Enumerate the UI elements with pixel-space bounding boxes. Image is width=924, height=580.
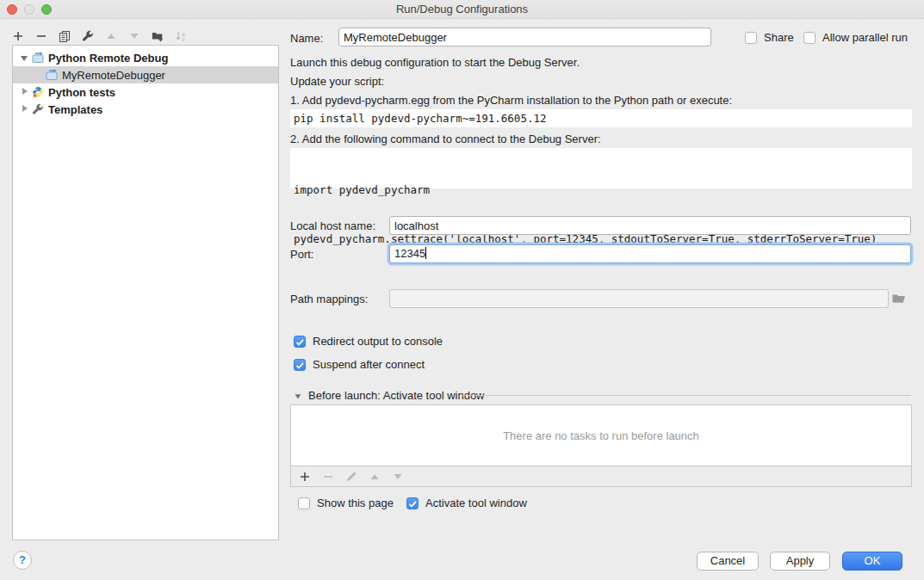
apply-button[interactable]: Apply <box>770 552 830 571</box>
remote-debug-config-icon <box>32 52 45 64</box>
edit-defaults-wrench-icon[interactable] <box>82 30 94 42</box>
show-this-page-label: Show this page <box>317 497 394 510</box>
show-this-page-checkbox[interactable] <box>298 497 310 509</box>
tree-item-label: Templates <box>48 103 102 116</box>
empty-tasks-message: There are no tasks to run before launch <box>503 429 699 442</box>
step2-text: 2. Add the following command to connect … <box>290 133 601 146</box>
local-host-name-input[interactable] <box>389 216 911 235</box>
add-icon[interactable] <box>12 30 24 42</box>
title-bar: Run/Debug Configurations <box>0 0 924 19</box>
help-question-icon: ? <box>19 553 26 566</box>
tree-item-label: MyRemoteDebugger <box>62 69 165 82</box>
suspend-after-option[interactable]: Suspend after connect <box>294 358 425 372</box>
python-logo-icon <box>32 86 45 98</box>
redirect-output-checkbox[interactable] <box>294 336 306 348</box>
share-option[interactable]: Share <box>745 31 794 45</box>
configurations-tree: Python Remote Debug MyRemoteDebugger Pyt… <box>12 45 279 540</box>
zoom-button[interactable] <box>41 4 52 15</box>
name-label: Name: <box>290 32 323 46</box>
before-launch-title: Before launch: Activate tool window <box>308 389 485 403</box>
allow-parallel-run-checkbox[interactable] <box>803 32 815 44</box>
tree-item-python-tests[interactable]: Python tests <box>13 83 278 101</box>
intro-line1: Launch this debug configuration to start… <box>290 56 580 70</box>
redirect-output-option[interactable]: Redirect output to console <box>294 335 443 349</box>
intro-line2: Update your script: <box>290 75 384 89</box>
tree-item-label: Python Remote Debug <box>48 52 168 65</box>
settrace-code-block: import pydevd_pycharm pydevd_pycharm.set… <box>290 148 912 188</box>
port-value: 12345 <box>394 247 425 260</box>
text-caret <box>425 247 426 259</box>
configurations-toolbar: az <box>12 26 187 46</box>
before-launch-toolbar <box>290 466 912 487</box>
move-up-icon <box>105 30 117 42</box>
cancel-button[interactable]: Cancel <box>697 552 759 571</box>
remote-debug-config-icon <box>46 69 59 81</box>
svg-text:z: z <box>182 36 185 42</box>
remove-task-icon <box>322 471 334 483</box>
port-input[interactable]: 12345 <box>389 244 911 263</box>
minimize-button <box>24 4 34 15</box>
move-down-icon <box>128 30 140 42</box>
edit-task-pencil-icon <box>345 471 357 483</box>
section-collapse-icon[interactable] <box>295 392 302 400</box>
activate-tool-window-option[interactable]: Activate tool window <box>406 497 527 510</box>
tree-item-python-remote-debug[interactable]: Python Remote Debug <box>13 49 278 66</box>
step1-text: 1. Add pydevd-pycharm.egg from the PyCha… <box>290 94 732 108</box>
settrace-code-line1: import pydevd_pycharm <box>294 182 908 198</box>
local-host-name-label: Local host name: <box>290 219 375 233</box>
tree-item-label: Python tests <box>48 86 115 99</box>
window-title: Run/Debug Configurations <box>0 0 924 19</box>
wrench-icon <box>32 103 45 115</box>
tree-item-templates[interactable]: Templates <box>13 101 278 118</box>
allow-parallel-option[interactable]: Allow parallel run <box>803 31 908 45</box>
copy-icon[interactable] <box>59 30 71 42</box>
browse-folder-icon[interactable] <box>891 291 907 307</box>
show-this-page-option[interactable]: Show this page <box>298 497 394 510</box>
remove-icon[interactable] <box>35 30 47 42</box>
close-button[interactable] <box>7 4 17 15</box>
suspend-after-connect-label: Suspend after connect <box>313 358 425 372</box>
activate-tool-window-label: Activate tool window <box>425 497 527 510</box>
suspend-after-connect-checkbox[interactable] <box>294 359 306 371</box>
add-task-icon[interactable] <box>299 471 311 483</box>
tree-item-myremotedebugger[interactable]: MyRemoteDebugger <box>13 66 278 83</box>
move-task-down-icon <box>392 471 404 483</box>
sort-alphabetically-icon: az <box>175 30 187 42</box>
chevron-expanded-icon[interactable] <box>20 53 28 62</box>
move-task-up-icon <box>369 471 381 483</box>
pip-install-code: pip install pydevd-pycharm~=191.6605.12 <box>290 109 912 127</box>
new-folder-icon[interactable] <box>152 30 164 42</box>
before-launch-task-list: There are no tasks to run before launch <box>290 404 912 466</box>
chevron-collapsed-icon[interactable] <box>20 88 28 96</box>
path-mappings-input[interactable] <box>389 289 889 308</box>
chevron-collapsed-icon[interactable] <box>20 105 28 114</box>
share-label: Share <box>764 31 794 45</box>
port-label: Port: <box>290 248 313 262</box>
share-checkbox[interactable] <box>745 32 757 44</box>
redirect-output-label: Redirect output to console <box>313 335 443 349</box>
activate-tool-window-checkbox[interactable] <box>406 497 419 509</box>
allow-parallel-run-label: Allow parallel run <box>822 31 908 45</box>
path-mappings-label: Path mappings: <box>290 293 368 306</box>
before-launch-header[interactable]: Before launch: Activate tool window <box>294 389 485 403</box>
name-input[interactable] <box>338 28 711 46</box>
section-divider <box>462 395 911 396</box>
help-button[interactable]: ? <box>13 551 32 570</box>
ok-button[interactable]: OK <box>842 552 902 571</box>
